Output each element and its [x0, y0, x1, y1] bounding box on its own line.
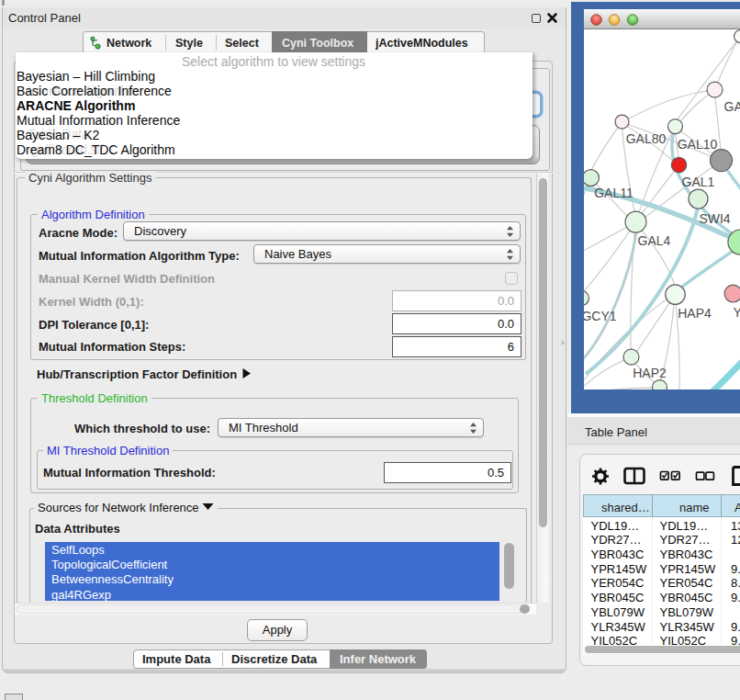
svg-text:GAL80: GAL80	[625, 131, 666, 146]
svg-text:HAP4: HAP4	[678, 306, 712, 321]
svg-text:GAL4: GAL4	[637, 233, 670, 248]
svg-text:SWI4: SWI4	[699, 211, 730, 226]
svg-text:Y: Y	[733, 305, 740, 320]
svg-text:GAL1: GAL1	[681, 175, 714, 189]
svg-text:GAL11: GAL11	[594, 186, 633, 200]
svg-text:GCY1: GCY1	[584, 309, 617, 323]
svg-text:GAL8: GAL8	[723, 99, 740, 114]
svg-text:HAP2: HAP2	[633, 366, 667, 380]
svg-text:GAL10: GAL10	[677, 137, 717, 152]
